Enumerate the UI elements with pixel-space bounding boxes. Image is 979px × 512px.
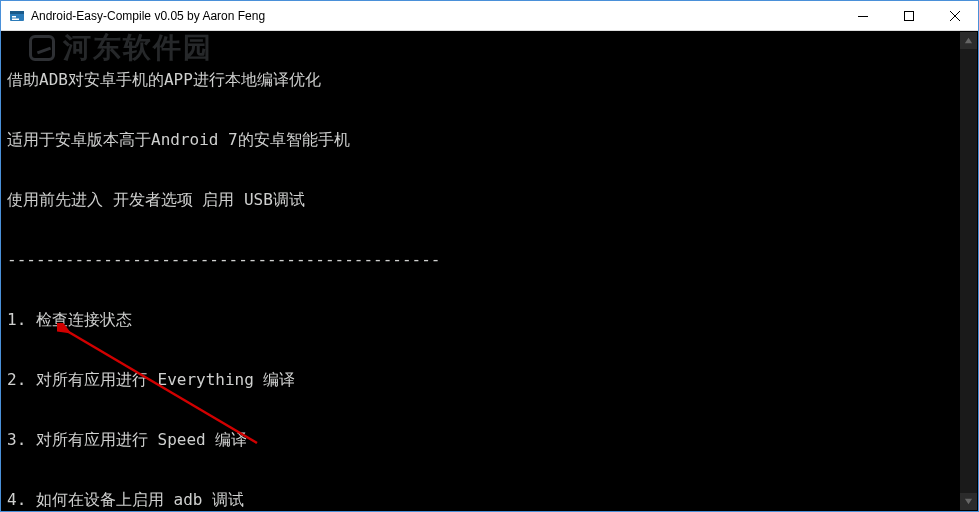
titlebar[interactable]: Android-Easy-Compile v0.05 by Aaron Feng <box>1 1 978 31</box>
scroll-down-button[interactable] <box>960 493 977 510</box>
menu-option-1: 1. 检查连接状态 <box>7 305 972 335</box>
window-controls <box>840 1 978 30</box>
window-title: Android-Easy-Compile v0.05 by Aaron Feng <box>31 9 265 23</box>
close-button[interactable] <box>932 1 978 30</box>
svg-marker-9 <box>965 499 972 504</box>
terminal-divider: ----------------------------------------… <box>7 245 972 275</box>
svg-rect-4 <box>858 16 868 17</box>
svg-rect-2 <box>12 16 16 18</box>
terminal-line: 借助ADB对安卓手机的APP进行本地编译优化 <box>7 65 972 95</box>
svg-rect-3 <box>12 18 19 20</box>
terminal-line: 适用于安卓版本高于Android 7的安卓智能手机 <box>7 125 972 155</box>
menu-option-3: 3. 对所有应用进行 Speed 编译 <box>7 425 972 455</box>
svg-marker-8 <box>965 38 972 43</box>
terminal-area[interactable]: 借助ADB对安卓手机的APP进行本地编译优化 适用于安卓版本高于Android … <box>1 31 978 511</box>
menu-option-4: 4. 如何在设备上启用 adb 调试 <box>7 485 972 511</box>
app-window: Android-Easy-Compile v0.05 by Aaron Feng… <box>0 0 979 512</box>
svg-rect-5 <box>905 11 914 20</box>
minimize-button[interactable] <box>840 1 886 30</box>
terminal-line: 使用前先进入 开发者选项 启用 USB调试 <box>7 185 972 215</box>
app-icon <box>9 8 25 24</box>
maximize-button[interactable] <box>886 1 932 30</box>
vertical-scrollbar[interactable] <box>960 32 977 510</box>
svg-rect-1 <box>10 11 24 14</box>
scroll-up-button[interactable] <box>960 32 977 49</box>
menu-option-2: 2. 对所有应用进行 Everything 编译 <box>7 365 972 395</box>
